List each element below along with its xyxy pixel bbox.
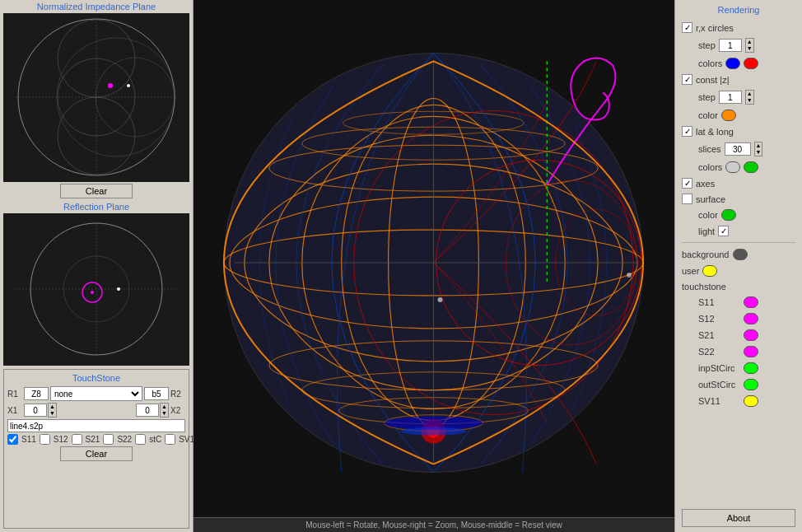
s11-color-swatch[interactable] xyxy=(744,296,758,308)
latlong-slices-spinner[interactable]: ▲ ▼ xyxy=(754,142,763,156)
surface-row: surface xyxy=(682,194,795,204)
user-color-swatch[interactable] xyxy=(702,265,717,277)
sv11-render-row: SV11 xyxy=(682,395,795,407)
x2-input[interactable] xyxy=(136,404,159,417)
s12-checkbox[interactable] xyxy=(40,434,50,445)
center-panel: Mouse-left = Rotate, Mouse-right = Zoom,… xyxy=(194,0,674,532)
constz-label: const |z| xyxy=(696,75,730,85)
x2-label: X2 xyxy=(170,406,185,415)
out-stcirc-color-swatch[interactable] xyxy=(744,379,758,390)
surface-checkbox[interactable] xyxy=(682,194,692,204)
axes-label: axes xyxy=(696,179,715,189)
rx-step-down[interactable]: ▼ xyxy=(746,45,753,52)
latlong-slices-up[interactable]: ▲ xyxy=(755,142,762,149)
s11-label: S11 xyxy=(21,435,36,444)
user-label: user xyxy=(682,266,699,276)
constz-color-label: color xyxy=(698,110,718,120)
rx-step-spinner[interactable]: ▲ ▼ xyxy=(745,38,754,53)
normalized-impedance-svg xyxy=(3,13,189,182)
latlong-checkbox[interactable]: ✓ xyxy=(682,126,692,137)
smith-3d-view[interactable] xyxy=(194,0,674,517)
s12-label: S12 xyxy=(54,435,68,444)
latlong-slices-down[interactable]: ▼ xyxy=(755,149,762,156)
constz-step-label: step xyxy=(698,92,716,102)
surface-color-swatch[interactable] xyxy=(721,209,736,221)
constz-step-input[interactable] xyxy=(719,91,742,104)
touchstone-file-row xyxy=(7,419,185,432)
rx-circles-row: ✓ r,x circles xyxy=(682,22,795,33)
s11-render-row: S11 xyxy=(682,296,795,308)
rx-step-label: step xyxy=(698,40,716,50)
rx-step-input[interactable] xyxy=(719,39,742,52)
out-stcirc-render-label: outStCirc xyxy=(698,380,744,390)
filename-input[interactable] xyxy=(7,419,185,432)
rx-circles-label: r,x circles xyxy=(696,23,734,33)
port-select[interactable]: none Z0 Z1 xyxy=(50,386,142,401)
right-panel: Rendering ✓ r,x circles step ▲ ▼ colors … xyxy=(674,0,802,532)
surface-label: surface xyxy=(696,194,725,204)
svg-point-17 xyxy=(91,291,94,294)
constz-color-row: color xyxy=(682,110,795,121)
surface-light-row: light ✓ xyxy=(682,226,795,236)
axes-checkbox[interactable]: ✓ xyxy=(682,178,692,189)
touchstone-r-row: R1 none Z0 Z1 R2 xyxy=(7,386,185,401)
constz-step-row: step ▲ ▼ xyxy=(682,90,795,105)
stc-checkbox[interactable] xyxy=(135,434,146,445)
r1-input[interactable] xyxy=(24,387,49,400)
constz-step-up[interactable]: ▲ xyxy=(746,91,753,97)
rx-step-up[interactable]: ▲ xyxy=(746,39,753,45)
s12-color-swatch[interactable] xyxy=(744,313,758,324)
inp-stcirc-render-label: inpStCirc xyxy=(698,363,744,373)
constz-row: ✓ const |z| xyxy=(682,74,795,85)
touchstone-render-label: touchstone xyxy=(682,282,726,292)
sv11-color-swatch[interactable] xyxy=(744,395,758,407)
s21-color-swatch[interactable] xyxy=(744,329,758,341)
background-row: background xyxy=(682,249,795,260)
x1-input[interactable] xyxy=(24,404,47,417)
s11-render-label: S11 xyxy=(698,297,744,307)
rx-colors-label: colors xyxy=(698,58,722,68)
background-color-swatch[interactable] xyxy=(733,249,748,260)
latlong-colors-label: colors xyxy=(698,162,722,172)
r2-input[interactable] xyxy=(144,387,169,400)
rendering-title: Rendering xyxy=(682,5,795,15)
rx-circles-checkbox[interactable]: ✓ xyxy=(682,22,692,33)
constz-step-spinner[interactable]: ▲ ▼ xyxy=(745,90,754,105)
s11-checkbox[interactable] xyxy=(7,434,18,445)
divider1 xyxy=(682,242,795,243)
sv11-checkbox[interactable] xyxy=(165,434,175,445)
s22-checkbox[interactable] xyxy=(103,434,114,445)
normalized-impedance-section: Normalized Impedance Plane 1.08 3.49 20.… xyxy=(0,0,193,200)
rx-color2-swatch[interactable] xyxy=(744,58,758,69)
latlong-color1-swatch[interactable] xyxy=(725,161,740,173)
svg-point-45 xyxy=(401,427,467,436)
s22-render-row: S22 xyxy=(682,346,795,357)
constz-step-down[interactable]: ▼ xyxy=(746,97,753,104)
clear-normalized-btn[interactable]: Clear xyxy=(60,184,133,198)
left-panel: Normalized Impedance Plane 1.08 3.49 20.… xyxy=(0,0,194,532)
s22-color-swatch[interactable] xyxy=(744,346,758,357)
clear-touchstone-btn[interactable]: Clear xyxy=(60,446,133,461)
constz-color-swatch[interactable] xyxy=(721,110,736,121)
s22-render-label: S22 xyxy=(698,347,744,357)
inp-stcirc-color-swatch[interactable] xyxy=(744,362,758,374)
out-stcirc-render-row: outStCirc xyxy=(682,379,795,390)
about-button[interactable]: About xyxy=(682,509,795,527)
surface-light-checkbox[interactable]: ✓ xyxy=(718,226,729,236)
s21-checkbox[interactable] xyxy=(72,434,82,445)
reflection-plane-svg xyxy=(3,213,189,366)
r2-label: R2 xyxy=(170,390,185,399)
s21-render-label: S21 xyxy=(698,330,744,340)
s22-label: S22 xyxy=(117,435,132,444)
latlong-color2-swatch[interactable] xyxy=(744,161,758,173)
rx-step-row: step ▲ ▼ xyxy=(682,38,795,53)
latlong-row: ✓ lat & long xyxy=(682,126,795,137)
s12-render-label: S12 xyxy=(698,314,744,324)
reflection-plane-section: Reflection Plane 0.76 0.42 -2.0 -2.0 2.0… xyxy=(0,200,193,366)
constz-checkbox[interactable]: ✓ xyxy=(682,74,692,85)
latlong-slices-input[interactable] xyxy=(725,142,751,156)
touchstone-x-row: X1 ▲ ▼ ▲ ▼ X2 xyxy=(7,403,185,418)
background-label: background xyxy=(682,250,730,259)
rx-color1-swatch[interactable] xyxy=(725,58,740,69)
rx-colors-row: colors xyxy=(682,58,795,69)
